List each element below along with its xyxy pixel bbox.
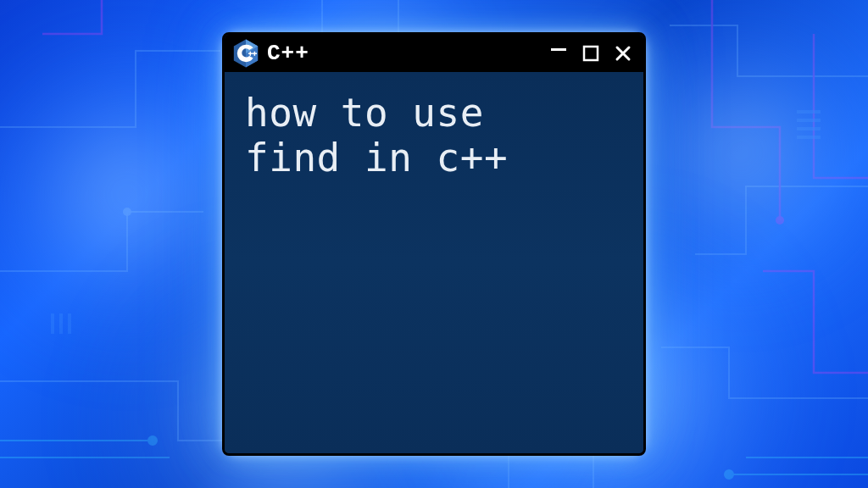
svg-rect-7 xyxy=(797,136,821,139)
svg-rect-15 xyxy=(248,53,253,53)
svg-rect-18 xyxy=(551,48,566,51)
svg-rect-9 xyxy=(59,313,63,334)
minimize-icon[interactable] xyxy=(547,36,570,64)
svg-point-1 xyxy=(725,470,733,479)
terminal-body: how to use find in c++ xyxy=(225,72,643,453)
window-title: C++ xyxy=(267,41,309,66)
terminal-text: how to use find in c++ xyxy=(245,91,623,180)
terminal-window: C++ how to use find in c++ xyxy=(222,32,646,456)
titlebar: C++ xyxy=(225,35,643,72)
svg-point-2 xyxy=(776,216,784,225)
maximize-icon[interactable] xyxy=(579,43,603,64)
close-icon[interactable] xyxy=(611,43,635,64)
svg-rect-17 xyxy=(253,53,257,53)
cpp-logo-icon xyxy=(233,39,259,68)
svg-rect-8 xyxy=(51,313,54,334)
svg-rect-10 xyxy=(68,313,71,334)
svg-rect-4 xyxy=(797,110,821,114)
svg-rect-6 xyxy=(797,127,821,130)
svg-rect-19 xyxy=(584,47,598,60)
svg-point-0 xyxy=(148,436,157,445)
svg-rect-5 xyxy=(797,119,821,122)
svg-point-3 xyxy=(123,208,131,216)
